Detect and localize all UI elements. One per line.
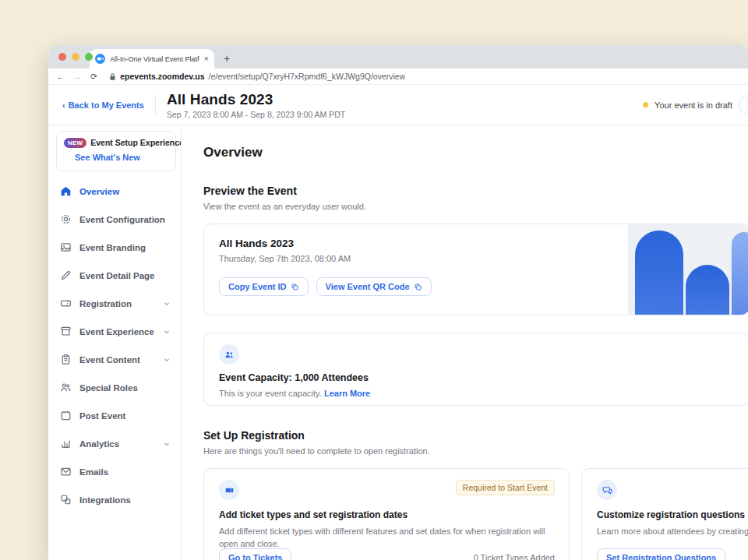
sidebar-item-label: Event Experience [79,327,154,336]
close-tab-icon[interactable]: × [204,55,209,63]
sidebar-item-label: Special Roles [79,383,171,393]
window-controls[interactable] [58,53,93,61]
sidebar-item-label: Registration [79,299,154,308]
ticket-icon [224,485,235,495]
browser-back-button[interactable]: ← [56,72,65,81]
home-icon [60,185,72,197]
sidebar-item-event-experience[interactable]: Event Experience [48,318,181,346]
back-chevron-icon: ‹ [62,100,65,110]
sidebar-item-event-detail-page[interactable]: Event Detail Page [48,262,181,290]
new-badge: NEW [64,138,86,148]
preview-section-heading: Preview the Event [203,185,748,197]
ticket-types-card: Required to Start Event Add ticket types… [203,468,570,560]
registration-cards-row: Required to Start Event Add ticket types… [203,468,748,560]
sidebar-item-label: Event Detail Page [79,271,171,280]
address-bar[interactable]: epevents.zoomdev.us/e/event/setup/Q7xryH… [109,72,405,81]
browser-forward-button[interactable]: → [73,72,82,81]
learn-more-link[interactable]: Learn More [324,389,370,398]
sidebar-item-label: Post Event [79,411,171,421]
draft-status-text: Your event is in draft [654,100,732,110]
setup-sidebar: NEW Event Setup Experience See What's Ne… [48,125,182,560]
questions-card-description: Learn more about attendees by creating c… [597,526,748,538]
tab-title: All-In-One Virtual Event Platfo [110,55,199,63]
sidebar-item-event-content[interactable]: Event Content [48,346,181,374]
sidebar-item-special-roles[interactable]: Special Roles [48,374,181,402]
sidebar-item-emails[interactable]: Emails [48,458,181,486]
event-title: All Hands 2023 [167,91,345,108]
go-to-tickets-button[interactable]: Go to Tickets [219,548,291,560]
url-path: /e/event/setup/Q7xryH7xRpmdf6_kWJWg9Q/ov… [209,72,406,81]
app-body: NEW Event Setup Experience See What's Ne… [48,125,748,560]
header-action-button[interactable] [739,95,748,114]
url-domain: epevents.zoomdev.us [120,72,204,81]
sidebar-item-label: Integrations [79,495,171,505]
browser-url-bar: ← → ⟳ epevents.zoomdev.us/e/event/setup/… [48,69,748,85]
new-tab-button[interactable]: + [224,52,230,65]
close-window-button[interactable] [58,53,66,61]
copy-event-id-label: Copy Event ID [228,282,287,291]
capacity-description-text: This is your event capacity. [219,389,322,398]
image-icon [60,241,72,253]
minimize-window-button[interactable] [72,53,79,61]
sidebar-item-label: Overview [79,187,171,196]
event-capacity-card: Event Capacity: 1,000 Attendees This is … [203,333,748,406]
registration-section-subheading: Here are things you'll need to complete … [203,446,748,456]
event-header: ‹ Back to My Events All Hands 2023 Sep 7… [48,85,748,125]
chevron-down-icon [162,355,171,365]
sidebar-item-label: Event Content [79,355,154,365]
browser-tab-strip: All-In-One Virtual Event Platfo × + [48,45,748,69]
illustration-arch [732,232,748,315]
overview-main: Overview Preview the Event View the even… [182,125,748,560]
zoom-favicon-icon [95,54,105,64]
sidebar-item-integrations[interactable]: Integrations [48,486,181,514]
sidebar-item-analytics[interactable]: Analytics [48,430,181,458]
chart-icon [60,438,72,449]
back-link-label: Back to My Events [69,100,144,110]
sidebar-item-overview[interactable]: Overview [48,178,181,206]
setup-experience-promo-card: NEW Event Setup Experience See What's Ne… [56,131,176,171]
maximize-window-button[interactable] [85,53,93,61]
copy-icon [291,283,299,291]
sidebar-item-event-branding[interactable]: Event Branding [48,234,181,262]
draft-status-dot [643,102,648,107]
sidebar-item-label: Event Configuration [79,215,171,224]
browser-reload-button[interactable]: ⟳ [90,72,97,82]
preview-section-subheading: View the event as an everyday user would… [203,202,748,211]
sidebar-item-registration[interactable]: Registration [48,290,181,318]
ticket-card-title: Add ticket types and set registration da… [219,509,555,520]
browser-tab[interactable]: All-In-One Virtual Event Platfo × [90,49,214,69]
clipboard-icon [60,354,72,365]
event-title-block: All Hands 2023 Sep 7, 2023 8:00 AM - Sep… [167,91,345,119]
ticket-icon [60,298,72,309]
capacity-title: Event Capacity: 1,000 Attendees [219,372,748,383]
sidebar-item-event-configuration[interactable]: Event Configuration [48,206,181,234]
attendees-icon [224,350,235,360]
chevron-down-icon [162,439,171,449]
pencil-icon [60,269,72,281]
registration-section-heading: Set Up Registration [203,429,748,442]
integrations-icon [60,494,72,505]
copy-icon [414,283,422,291]
chevron-down-icon [162,299,171,308]
go-to-tickets-label: Go to Tickets [228,553,282,560]
set-registration-questions-button[interactable]: Set Registration Questions [597,548,725,560]
ticket-card-description: Add different ticket types with differen… [219,526,555,551]
ticket-icon-circle [219,480,239,500]
view-event-qr-code-button[interactable]: View Event QR Code [316,277,432,296]
gear-icon [60,213,72,225]
capacity-description: This is your event capacity. Learn More [219,389,748,398]
sidebar-item-post-event[interactable]: Post Event [48,402,181,430]
page-title: Overview [203,145,748,160]
see-whats-new-link[interactable]: See What's New [75,153,140,162]
copy-event-id-button[interactable]: Copy Event ID [219,277,309,296]
questions-icon-circle [597,480,617,500]
zoom-events-app: ‹ Back to My Events All Hands 2023 Sep 7… [48,85,748,560]
back-to-my-events-link[interactable]: ‹ Back to My Events [62,100,144,110]
questions-card-title: Customize registration questions [597,509,748,520]
sidebar-item-label: Analytics [79,439,154,449]
ticket-types-count: 0 Ticket Types Added [474,553,555,560]
lock-icon [109,72,116,81]
promo-title: Event Setup Experience [90,138,182,147]
view-qr-label: View Event QR Code [326,282,410,291]
registration-questions-card: Customize registration questions Learn m… [581,468,748,560]
